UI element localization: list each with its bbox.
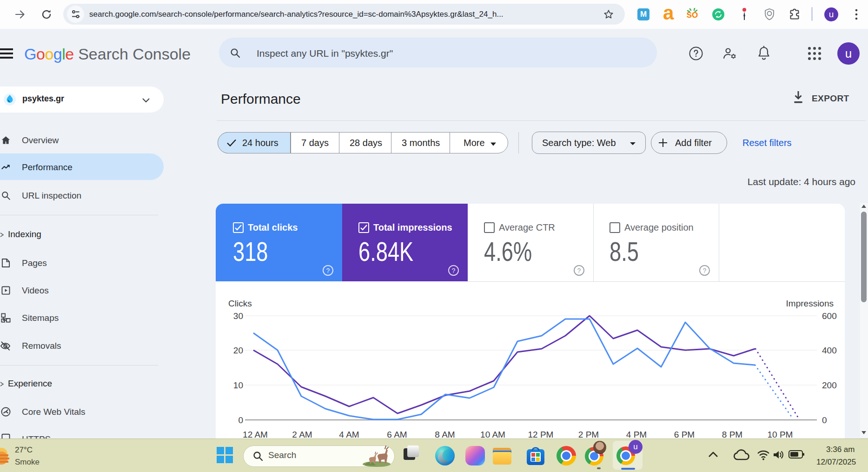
svg-text:SO: SO [687, 11, 698, 20]
